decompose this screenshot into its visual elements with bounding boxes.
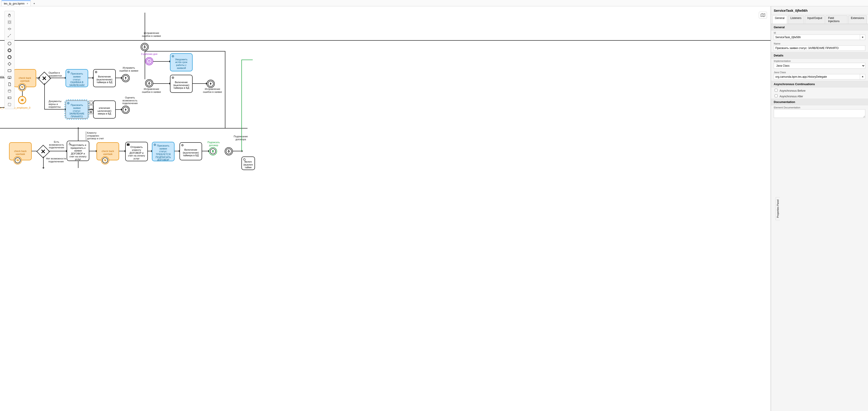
gear-icon xyxy=(67,102,70,105)
id-label: Id xyxy=(771,31,868,35)
svg-rect-7 xyxy=(8,70,11,72)
javaclass-label: Java Class xyxy=(771,70,868,74)
async-before-checkbox[interactable] xyxy=(775,89,778,92)
close-icon[interactable]: × xyxy=(27,2,28,5)
create-task[interactable] xyxy=(5,67,13,74)
task-timer-1[interactable]: Включение (выключение) таймера в БД xyxy=(93,69,116,87)
user-icon xyxy=(68,142,71,146)
task-timer-cut[interactable]: Включ (выключ тайме xyxy=(241,157,255,170)
event-assess[interactable] xyxy=(122,106,130,114)
catch-link-top[interactable] xyxy=(141,43,149,51)
task-send-contract[interactable]: Отправить клиенту ДОГОВОР и счет на опла… xyxy=(125,142,148,161)
svg-point-4 xyxy=(8,49,11,52)
task-timer-2[interactable]: Включение (выключение) таймера в БД xyxy=(170,75,193,93)
global-connect-tool[interactable] xyxy=(5,32,13,39)
ctx-start-event[interactable]: ◯ xyxy=(89,101,93,105)
annotation-sent: Клиенту отправлен договор и счет xyxy=(86,131,108,140)
tab-field-injections[interactable]: Field Injections xyxy=(826,15,847,24)
implementation-select[interactable]: Java Class xyxy=(774,63,865,69)
properties-panel-toggle[interactable]: Properties Panel xyxy=(776,197,780,220)
new-tab-button[interactable]: + xyxy=(31,1,37,6)
timer-event-3days[interactable] xyxy=(145,57,153,65)
javaclass-input[interactable] xyxy=(774,74,860,79)
task-status-error[interactable]: Присвоить заявке статус: ОШИБКА В ЗАЯВЛЕ… xyxy=(66,69,88,87)
svg-rect-6 xyxy=(8,62,11,66)
svg-point-30 xyxy=(243,159,245,160)
label-sign: Подписать договор xyxy=(204,141,224,146)
svg-point-14 xyxy=(68,72,69,72)
gear-icon xyxy=(67,70,70,74)
ctx-delete[interactable]: 🗑 xyxy=(89,110,93,114)
clear-javaclass-button[interactable]: × xyxy=(860,74,865,79)
file-tab[interactable]: tes_tp_gvs.bpmn × xyxy=(1,1,31,6)
create-intermediate-event[interactable] xyxy=(5,47,13,54)
boundary-event-2[interactable] xyxy=(13,156,22,164)
svg-point-2 xyxy=(8,42,11,45)
svg-point-21 xyxy=(173,56,174,57)
boundary-event-1[interactable] xyxy=(18,83,26,91)
file-tab-label: tes_tp_gvs.bpmn xyxy=(4,2,24,5)
svg-rect-0 xyxy=(8,21,11,24)
event-fix-errors[interactable] xyxy=(122,74,130,82)
lasso-tool[interactable] xyxy=(5,19,13,26)
catch-link-mid[interactable] xyxy=(145,79,153,88)
task-timer-3[interactable]: Включение (выключение) таймера в БД xyxy=(180,142,202,160)
properties-tabs: General Listeners Input/Output Field Inj… xyxy=(771,14,868,24)
link-end-event[interactable] xyxy=(18,96,26,104)
create-subprocess[interactable] xyxy=(5,74,13,81)
create-data-object[interactable] xyxy=(5,81,13,88)
label-assess: Оценить возможность подключения xyxy=(118,96,143,105)
label-signing: Подписание договора xyxy=(230,135,251,141)
async-after-checkbox[interactable] xyxy=(775,94,778,97)
label-left-e: е_1 xyxy=(0,106,4,109)
documentation-label: Element Documentation xyxy=(771,105,868,109)
tab-input-output[interactable]: Input/Output xyxy=(805,15,825,24)
async-after-row[interactable]: Asynchronous After xyxy=(774,95,803,98)
tool-palette xyxy=(4,11,14,109)
space-tool[interactable] xyxy=(5,26,13,32)
ctx-annotation[interactable]: ⎯ xyxy=(89,105,93,109)
diagram-canvas[interactable]: Исправление ошибок в заявке нта е_1 ep_e… xyxy=(0,6,771,411)
label-err-mid: Исправление ошибок в заявке xyxy=(138,88,165,93)
gear-icon xyxy=(171,76,175,80)
tab-listeners[interactable]: Listeners xyxy=(788,15,804,24)
svg-point-10 xyxy=(8,90,11,91)
group-details: Details xyxy=(771,52,868,59)
properties-panel: Properties Panel ServiceTask_0jfw56h Gen… xyxy=(771,6,868,411)
tab-general[interactable]: General xyxy=(772,15,787,24)
task-timer-selected-next[interactable]: ключение ыключение) имера в БД xyxy=(93,101,116,118)
svg-rect-12 xyxy=(8,103,11,106)
svg-point-16 xyxy=(96,72,96,72)
mail-icon xyxy=(127,143,130,146)
svg-point-24 xyxy=(69,143,70,144)
tab-extensions[interactable]: Extensions xyxy=(848,15,867,24)
event-err-right[interactable] xyxy=(207,80,215,88)
hand-tool[interactable] xyxy=(5,12,13,19)
gear-icon xyxy=(153,143,156,147)
task-notify-expired[interactable]: Уведомить истёк срок работы с заявкой xyxy=(170,53,193,71)
task-status-accepted[interactable]: Присвоить заявке статус: ЗАЯВЛЕНИЕ ПРИНЯ… xyxy=(66,101,88,118)
async-before-row[interactable]: Asynchronous Before xyxy=(774,89,805,92)
svg-point-5 xyxy=(8,56,11,59)
boundary-event-3[interactable] xyxy=(101,156,109,164)
create-start-event[interactable] xyxy=(5,40,13,47)
create-end-event[interactable] xyxy=(5,54,13,61)
documentation-input[interactable] xyxy=(774,109,865,118)
create-participant[interactable] xyxy=(5,94,13,101)
create-data-store[interactable] xyxy=(5,88,13,94)
task-status-sign[interactable]: Присвоить заявке статус: ТРЕБУЕТСЯ ПОДПИ… xyxy=(152,142,175,161)
task-prepare-contract[interactable]: Подготовить и прикрепить к заявке ДОГОВО… xyxy=(67,141,89,161)
create-gateway[interactable] xyxy=(5,61,13,67)
id-input[interactable] xyxy=(774,35,860,40)
create-group[interactable] xyxy=(5,101,13,108)
clear-id-button[interactable]: × xyxy=(860,35,865,40)
group-async: Asynchronous Continuations xyxy=(771,81,868,88)
lane-name: ep_employee_0 xyxy=(13,106,30,109)
label-has-poss: Есть возможность подключения xyxy=(45,140,68,149)
svg-point-29 xyxy=(182,145,183,146)
catch-signing[interactable] xyxy=(225,147,233,156)
event-sign-contract[interactable] xyxy=(209,147,217,156)
name-input[interactable] xyxy=(774,45,865,51)
plus-icon: + xyxy=(33,2,35,5)
svg-rect-11 xyxy=(8,97,11,99)
